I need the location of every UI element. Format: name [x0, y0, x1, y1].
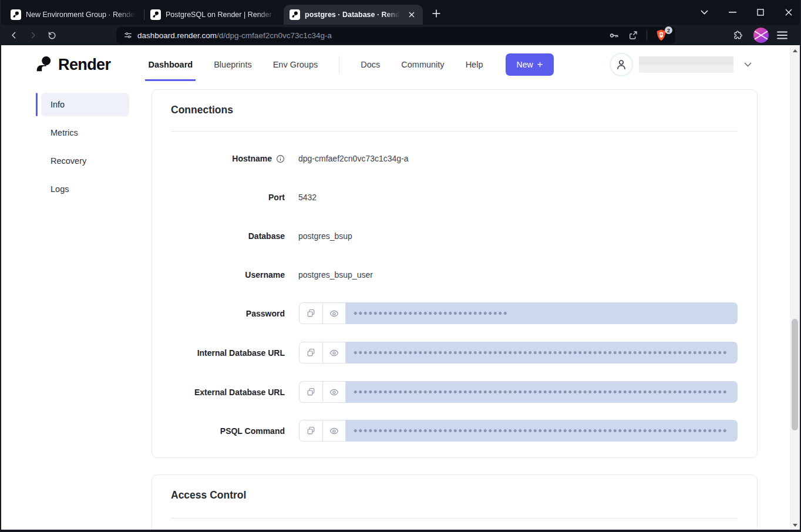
copy-button[interactable] — [299, 420, 322, 442]
port-label: Port — [268, 193, 285, 202]
connections-card: Connections Hostname dpg-cmfaef2cn0vc73c… — [152, 89, 758, 458]
new-tab-button[interactable] — [428, 5, 445, 22]
nav-community[interactable]: Community — [401, 60, 444, 69]
close-window-button[interactable] — [780, 4, 797, 21]
extensions-icon[interactable] — [729, 27, 746, 43]
tab-close-icon[interactable] — [406, 9, 417, 20]
brand-name: Render — [58, 56, 110, 74]
internal-db-url-label: Internal Database URL — [197, 348, 285, 358]
reveal-eye-button[interactable] — [322, 302, 346, 324]
database-label: Database — [248, 231, 285, 241]
window-edge-left — [0, 0, 1, 532]
nav-blueprints[interactable]: Blueprints — [214, 60, 251, 69]
browser-menu-icon[interactable] — [774, 27, 790, 43]
browser-toolbar: dashboard.render.com/d/dpg-cmfaef2cn0vc7… — [0, 25, 801, 46]
toolbar-right-group — [729, 27, 795, 43]
psql-command-row: PSQL Command — [152, 420, 738, 442]
window-edge-bottom — [0, 530, 801, 532]
external-db-url-masked-value — [346, 381, 738, 403]
access-control-card: Access Control — [152, 474, 758, 532]
active-accent-bar — [36, 93, 38, 116]
new-button-label: New — [517, 60, 533, 69]
new-button[interactable]: New + — [506, 53, 554, 76]
scrollbar-up-arrow[interactable] — [790, 46, 800, 55]
forward-button[interactable] — [25, 27, 41, 43]
site-settings-icon[interactable] — [123, 31, 133, 40]
tab-title: New Environment Group · Render Das — [26, 11, 138, 19]
browser-profile-avatar[interactable] — [753, 28, 769, 43]
scrollbar-down-arrow[interactable] — [790, 520, 800, 530]
username-value: postgres_bsup_user — [298, 270, 373, 280]
port-row: Port 5432 — [152, 191, 738, 203]
url-host: dashboard.render.com — [137, 31, 217, 40]
address-bar[interactable]: dashboard.render.com/d/dpg-cmfaef2cn0vc7… — [116, 27, 675, 44]
sidebar-item-label: Metrics — [51, 128, 78, 137]
access-control-title: Access Control — [171, 489, 246, 501]
hostname-value: dpg-cmfaef2cn0vc73c1c34g-a — [298, 154, 409, 163]
chevron-down-icon — [744, 62, 752, 67]
user-avatar-icon — [610, 53, 633, 76]
tab-search-icon[interactable] — [695, 4, 713, 21]
toolbar-divider — [647, 30, 647, 41]
sidebar-item-recovery[interactable]: Recovery — [41, 149, 129, 173]
copy-button[interactable] — [299, 381, 322, 403]
render-favicon-icon — [11, 9, 21, 20]
sidebar-item-label: Info — [51, 100, 65, 109]
main-navigation: Dashboard Blueprints Env Groups Docs Com… — [148, 56, 483, 73]
sidebar-item-logs[interactable]: Logs — [41, 177, 129, 201]
share-icon[interactable] — [628, 30, 638, 41]
username-row: Username postgres_bsup_user — [152, 269, 738, 281]
nav-divider — [339, 56, 339, 73]
window-controls — [695, 4, 797, 21]
reveal-eye-button[interactable] — [322, 381, 346, 403]
hostname-label: Hostname — [232, 154, 272, 163]
reveal-eye-button[interactable] — [322, 342, 346, 363]
plus-icon: + — [537, 59, 543, 70]
external-db-url-row: External Database URL — [152, 381, 738, 403]
render-favicon-icon — [290, 9, 300, 20]
page-scrollbar[interactable] — [790, 46, 800, 530]
copy-button[interactable] — [299, 342, 322, 363]
sidebar-item-label: Logs — [51, 184, 69, 194]
password-label: Password — [246, 309, 285, 318]
hostname-row: Hostname dpg-cmfaef2cn0vc73c1c34g-a — [152, 153, 738, 164]
section-divider — [171, 518, 738, 518]
nav-env-groups[interactable]: Env Groups — [273, 60, 318, 69]
reveal-eye-button[interactable] — [322, 420, 346, 442]
nav-docs[interactable]: Docs — [361, 60, 380, 69]
maximize-button[interactable] — [752, 4, 769, 21]
password-masked-value — [346, 302, 738, 324]
browser-tab-1[interactable]: New Environment Group · Render Das — [5, 5, 144, 25]
tab-title: PostgreSQL on Render | Render Docs — [166, 11, 278, 19]
nav-help[interactable]: Help — [466, 60, 483, 69]
reload-button[interactable] — [43, 27, 60, 43]
internal-db-url-row: Internal Database URL — [152, 342, 738, 363]
section-divider — [171, 131, 738, 132]
browser-tab-active[interactable]: postgres · Database · Render Da — [284, 5, 423, 25]
account-menu[interactable] — [610, 53, 752, 76]
sidebar-item-label: Recovery — [51, 156, 86, 166]
database-row: Database postgres_bsup — [152, 230, 738, 242]
browser-window: New Environment Group · Render Das Postg… — [0, 0, 801, 532]
account-name-redacted — [639, 56, 733, 73]
url-path: /d/dpg-cmfaef2cn0vc73c1c34g-a — [217, 31, 332, 40]
port-value: 5432 — [298, 193, 317, 202]
database-value: postgres_bsup — [298, 231, 352, 241]
scrollbar-thumb[interactable] — [792, 319, 798, 430]
username-label: Username — [245, 270, 285, 280]
sidebar-item-metrics[interactable]: Metrics — [41, 121, 129, 144]
password-key-icon[interactable] — [608, 30, 620, 41]
copy-button[interactable] — [299, 302, 322, 324]
connections-title: Connections — [171, 104, 233, 116]
back-button[interactable] — [6, 27, 22, 43]
render-logo[interactable]: Render — [35, 56, 110, 74]
minimize-button[interactable] — [723, 4, 741, 21]
info-icon[interactable] — [276, 154, 285, 163]
sidebar-item-info[interactable]: Info — [41, 93, 129, 116]
nav-dashboard[interactable]: Dashboard — [148, 60, 193, 69]
brave-shield-icon[interactable]: 2 — [655, 29, 668, 42]
shield-badge-count: 2 — [665, 26, 672, 34]
render-logo-icon — [35, 56, 52, 73]
browser-tab-2[interactable]: PostgreSQL on Render | Render Docs — [144, 5, 284, 25]
service-sidebar: Info Metrics Recovery Logs — [1, 84, 142, 530]
